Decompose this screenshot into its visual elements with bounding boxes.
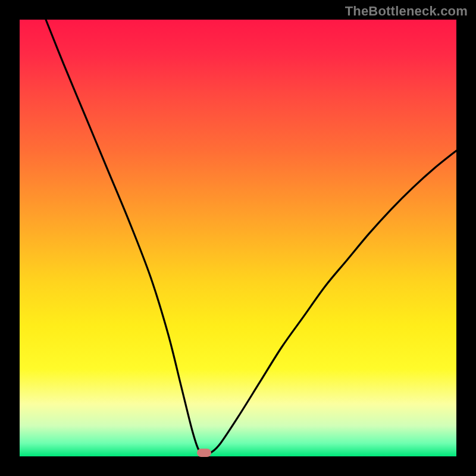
optimal-point-marker — [197, 449, 211, 457]
watermark-text: TheBottleneck.com — [345, 4, 468, 19]
plot-area — [20, 20, 456, 456]
bottleneck-curve — [46, 20, 456, 454]
chart-frame: TheBottleneck.com — [0, 0, 476, 476]
curve-svg — [20, 20, 456, 456]
